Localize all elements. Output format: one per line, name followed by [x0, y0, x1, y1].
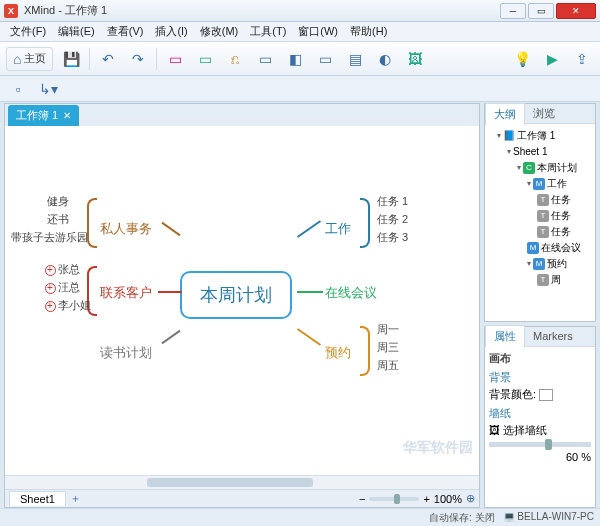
- marker-button[interactable]: ◐: [373, 47, 397, 71]
- menu-insert[interactable]: 插入(I): [149, 22, 193, 41]
- redo-button[interactable]: ↷: [126, 47, 150, 71]
- zoom-value: 100%: [434, 493, 462, 505]
- tab-markers[interactable]: Markers: [525, 327, 581, 345]
- bg-color-row: 背景颜色:: [489, 387, 591, 402]
- label-button[interactable]: ▭: [313, 47, 337, 71]
- document-tabstrip: 工作簿 1 ✕: [5, 104, 479, 126]
- window-title: XMind - 工作簿 1: [24, 3, 498, 18]
- home-icon: ⌂: [13, 51, 21, 67]
- boundary-button[interactable]: ▭: [253, 47, 277, 71]
- note-button[interactable]: ▤: [343, 47, 367, 71]
- leaf-task2[interactable]: 任务 2: [377, 212, 408, 227]
- close-button[interactable]: ✕: [556, 3, 596, 19]
- leaf-wed[interactable]: 周三: [377, 340, 399, 355]
- share-button[interactable]: ⇪: [570, 47, 594, 71]
- menu-modify[interactable]: 修改(M): [194, 22, 245, 41]
- undo-button[interactable]: ↶: [96, 47, 120, 71]
- image-button[interactable]: 🖼: [403, 47, 427, 71]
- priority-marker-icon: [45, 301, 56, 312]
- zoom-out-button[interactable]: −: [359, 493, 365, 505]
- central-topic[interactable]: 本周计划: [180, 271, 292, 319]
- section-wallpaper: 墙纸: [489, 406, 591, 421]
- close-tab-icon[interactable]: ✕: [63, 110, 71, 121]
- leaf-fri[interactable]: 周五: [377, 358, 399, 373]
- zoom-in-button[interactable]: +: [423, 493, 429, 505]
- leaf-task3[interactable]: 任务 3: [377, 230, 408, 245]
- leaf-zhang[interactable]: 张总: [45, 262, 80, 277]
- minimize-button[interactable]: ─: [500, 3, 526, 19]
- topic-meeting[interactable]: 在线会议: [325, 284, 377, 302]
- host-name: 💻 BELLA-WIN7-PC: [503, 511, 594, 525]
- zoom-control: − + 100% ⊕: [359, 492, 475, 505]
- leaf-fitness[interactable]: 健身: [47, 194, 69, 209]
- tab-properties[interactable]: 属性: [485, 325, 525, 348]
- status-bar: 自动保存: 关闭 💻 BELLA-WIN7-PC: [0, 508, 600, 526]
- menu-bar: 文件(F) 编辑(E) 查看(V) 插入(I) 修改(M) 工具(T) 窗口(W…: [0, 22, 600, 42]
- canvas-scrollbar[interactable]: [5, 475, 479, 489]
- relation-button[interactable]: ⎌: [223, 47, 247, 71]
- zoom-slider[interactable]: [369, 497, 419, 501]
- main-toolbar: ⌂ 主页 💾 ↶ ↷ ▭ ▭ ⎌ ▭ ◧ ▭ ▤ ◐ 🖼 💡 ▶ ⇪: [0, 42, 600, 76]
- sheet-tab[interactable]: Sheet1: [9, 491, 66, 506]
- priority-marker-icon: [45, 283, 56, 294]
- summary-button[interactable]: ◧: [283, 47, 307, 71]
- secondary-toolbar: ▫ ↳▾: [0, 76, 600, 102]
- opacity-slider[interactable]: [489, 442, 591, 447]
- menu-help[interactable]: 帮助(H): [344, 22, 393, 41]
- expand-button[interactable]: ↳▾: [36, 77, 60, 101]
- section-background: 背景: [489, 370, 591, 385]
- topic-work[interactable]: 工作: [325, 220, 351, 238]
- leaf-wang[interactable]: 汪总: [45, 280, 80, 295]
- autosave-status: 自动保存: 关闭: [429, 511, 495, 525]
- document-tab-label: 工作簿 1: [16, 108, 58, 123]
- topic-appoint[interactable]: 预约: [325, 344, 351, 362]
- present-button[interactable]: ▶: [540, 47, 564, 71]
- mindmap-canvas[interactable]: 本周计划 私人事务 健身 还书 带孩子去游乐园 联系客户 张总 汪总 李小姐 读…: [5, 126, 479, 475]
- bg-color-label: 背景颜色:: [489, 388, 536, 400]
- idea-button[interactable]: 💡: [510, 47, 534, 71]
- subtopic-button[interactable]: ▭: [193, 47, 217, 71]
- outline-tree[interactable]: ▾📘 工作簿 1 ▾Sheet 1 ▾C 本周计划 ▾M 工作 T 任务 T 任…: [485, 124, 595, 292]
- priority-marker-icon: [45, 265, 56, 276]
- menu-view[interactable]: 查看(V): [101, 22, 150, 41]
- home-button[interactable]: ⌂ 主页: [6, 47, 53, 71]
- document-tab[interactable]: 工作簿 1 ✕: [8, 105, 79, 126]
- app-logo-icon: X: [4, 4, 18, 18]
- leaf-mon[interactable]: 周一: [377, 322, 399, 337]
- leaf-park[interactable]: 带孩子去游乐园: [11, 230, 88, 245]
- zoom-fit-button[interactable]: ⊕: [466, 492, 475, 505]
- leaf-returnbook[interactable]: 还书: [47, 212, 69, 227]
- title-bar: X XMind - 工作簿 1 ─ ▭ ✕: [0, 0, 600, 22]
- add-sheet-button[interactable]: ＋: [70, 491, 81, 506]
- sheet-tabstrip: Sheet1 ＋ − + 100% ⊕: [5, 489, 479, 507]
- topic-reading[interactable]: 读书计划: [100, 344, 152, 362]
- wallpaper-select[interactable]: 🖼 选择墙纸: [489, 423, 591, 438]
- leaf-li[interactable]: 李小姐: [45, 298, 91, 313]
- leaf-task1[interactable]: 任务 1: [377, 194, 408, 209]
- menu-edit[interactable]: 编辑(E): [52, 22, 101, 41]
- side-panels: 大纲 浏览 ▾📘 工作簿 1 ▾Sheet 1 ▾C 本周计划 ▾M 工作 T …: [484, 103, 596, 508]
- tab-browse[interactable]: 浏览: [525, 103, 563, 124]
- bg-color-swatch[interactable]: [539, 389, 553, 401]
- topic-button[interactable]: ▭: [163, 47, 187, 71]
- props-subtitle: 画布: [489, 351, 591, 366]
- save-button[interactable]: 💾: [59, 47, 83, 71]
- properties-panel: 属性 Markers 画布 背景 背景颜色: 墙纸 🖼 选择墙纸 60 %: [484, 326, 596, 508]
- opacity-value: 60 %: [489, 451, 591, 463]
- outline-panel: 大纲 浏览 ▾📘 工作簿 1 ▾Sheet 1 ▾C 本周计划 ▾M 工作 T …: [484, 103, 596, 322]
- menu-file[interactable]: 文件(F): [4, 22, 52, 41]
- menu-tools[interactable]: 工具(T): [244, 22, 292, 41]
- maximize-button[interactable]: ▭: [528, 3, 554, 19]
- new-doc-button[interactable]: ▫: [6, 77, 30, 101]
- tab-outline[interactable]: 大纲: [485, 103, 525, 126]
- canvas-panel: 工作簿 1 ✕ 本周计划 私人事务 健身 还书 带孩子去游乐园 联系客户 张总 …: [4, 103, 480, 508]
- menu-window[interactable]: 窗口(W): [292, 22, 344, 41]
- topic-personal[interactable]: 私人事务: [100, 220, 152, 238]
- home-label: 主页: [24, 51, 46, 66]
- watermark: 华军软件园: [403, 439, 473, 457]
- work-area: 工作簿 1 ✕ 本周计划 私人事务 健身 还书 带孩子去游乐园 联系客户 张总 …: [4, 103, 596, 508]
- topic-contacts[interactable]: 联系客户: [100, 284, 152, 302]
